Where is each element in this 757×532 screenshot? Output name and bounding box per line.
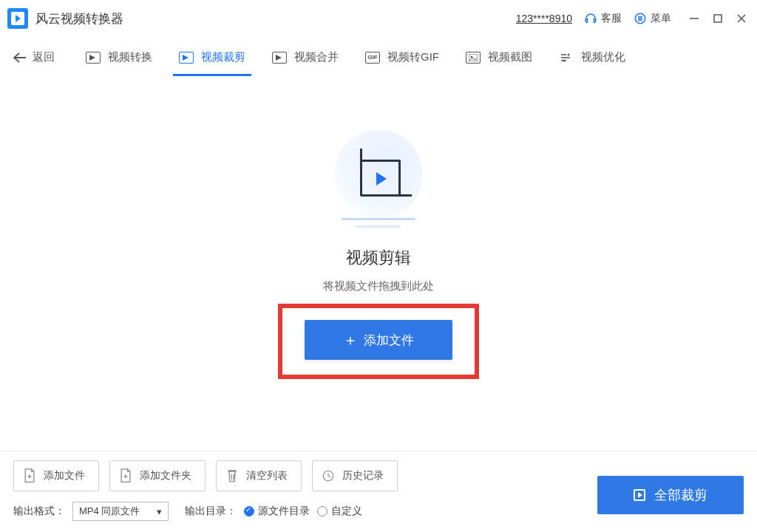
add-file-main-button[interactable]: ＋ 添加文件 — [305, 320, 452, 360]
tab-label: 视频合并 — [294, 50, 339, 64]
tab-optimize[interactable]: 视频优化 — [556, 40, 628, 75]
tabs: 视频转换 视频裁剪 视频合并 GIF 视频转GIF 视频截图 — [83, 40, 628, 75]
radio-unchecked-icon — [317, 506, 327, 516]
add-folder-button[interactable]: 添加文件夹 — [109, 460, 206, 491]
back-button[interactable]: 返回 — [7, 50, 61, 64]
tab-convert[interactable]: 视频转换 — [83, 40, 155, 75]
svg-point-10 — [568, 53, 570, 55]
tab-merge[interactable]: 视频合并 — [269, 40, 342, 75]
tab-label: 视频转GIF — [387, 50, 439, 64]
empty-illustration-icon — [319, 130, 438, 233]
run-all-button[interactable]: 全部裁剪 — [597, 476, 744, 514]
add-folder-label: 添加文件夹 — [140, 469, 191, 482]
tab-crop[interactable]: 视频裁剪 — [176, 40, 248, 75]
output-dir-label: 输出目录： — [185, 505, 237, 518]
svg-point-11 — [563, 59, 566, 61]
menu-button[interactable]: 菜单 — [634, 12, 671, 25]
app-logo-icon — [7, 8, 28, 29]
add-file-main-label: 添加文件 — [364, 332, 414, 349]
snapshot-icon — [466, 52, 481, 64]
output-dir-source-radio[interactable]: 源文件目录 — [244, 505, 310, 518]
output-dir-custom-radio[interactable]: 自定义 — [317, 505, 362, 518]
crop-icon — [179, 52, 194, 64]
app-title: 风云视频转换器 — [35, 10, 123, 27]
back-label: 返回 — [33, 50, 55, 64]
support-label: 客服 — [601, 12, 622, 25]
trash-icon — [225, 468, 239, 483]
toolbar: 返回 视频转换 视频裁剪 视频合并 GIF 视频转GIF — [0, 37, 757, 78]
convert-icon — [86, 52, 101, 64]
svg-marker-6 — [183, 55, 189, 61]
merge-icon — [272, 52, 287, 64]
chevron-down-icon: ▾ — [157, 506, 162, 517]
tab-label: 视频优化 — [581, 50, 625, 64]
add-file-label: 添加文件 — [44, 469, 85, 482]
radio-checked-icon — [244, 506, 254, 516]
headset-icon — [584, 12, 597, 25]
play-box-icon — [634, 489, 645, 501]
empty-title: 视频剪辑 — [346, 247, 411, 269]
output-format-value: MP4 同原文件 — [79, 505, 140, 518]
support-button[interactable]: 客服 — [584, 12, 622, 25]
window-close-button[interactable] — [736, 13, 747, 24]
tab-label: 视频截图 — [488, 50, 532, 64]
output-format-label: 输出格式： — [13, 505, 65, 518]
plus-icon: ＋ — [343, 332, 358, 347]
clear-list-label: 清空列表 — [246, 469, 288, 482]
folder-plus-icon — [119, 468, 132, 483]
tab-gif[interactable]: GIF 视频转GIF — [362, 40, 442, 75]
empty-subtitle: 将视频文件拖拽到此处 — [323, 279, 434, 293]
main-area: 视频剪辑 将视频文件拖拽到此处 ＋ 添加文件 — [0, 78, 757, 451]
menu-icon — [634, 12, 647, 25]
user-id-link[interactable]: 123****8910 — [516, 13, 572, 24]
svg-marker-7 — [276, 55, 282, 61]
output-dir-custom-label: 自定义 — [331, 505, 362, 518]
tab-label: 视频转换 — [108, 50, 152, 64]
history-label: 历史记录 — [342, 469, 384, 482]
window-maximize-button[interactable] — [713, 13, 723, 24]
svg-marker-5 — [89, 55, 95, 61]
svg-rect-2 — [714, 15, 722, 22]
run-all-label: 全部裁剪 — [654, 486, 707, 504]
clock-icon — [322, 468, 335, 483]
output-format-select[interactable]: MP4 同原文件 ▾ — [72, 502, 169, 521]
bottom-bar: 添加文件 添加文件夹 清空列表 历史记录 输出格式： MP4 同原文件 ▾ 输出… — [0, 451, 757, 532]
gif-icon: GIF — [365, 52, 380, 64]
titlebar: 风云视频转换器 123****8910 客服 菜单 — [0, 0, 757, 37]
file-plus-icon — [23, 468, 36, 483]
arrow-left-icon — [13, 52, 27, 63]
tab-label: 视频裁剪 — [201, 50, 245, 64]
tab-snapshot[interactable]: 视频截图 — [463, 40, 535, 75]
optimize-icon — [559, 52, 574, 64]
output-dir-source-label: 源文件目录 — [258, 505, 310, 518]
window-minimize-button[interactable] — [689, 13, 699, 24]
menu-label: 菜单 — [651, 12, 671, 25]
add-file-button[interactable]: 添加文件 — [13, 460, 99, 491]
highlight-box: ＋ 添加文件 — [278, 304, 479, 379]
clear-list-button[interactable]: 清空列表 — [216, 460, 302, 491]
history-button[interactable]: 历史记录 — [312, 460, 398, 491]
